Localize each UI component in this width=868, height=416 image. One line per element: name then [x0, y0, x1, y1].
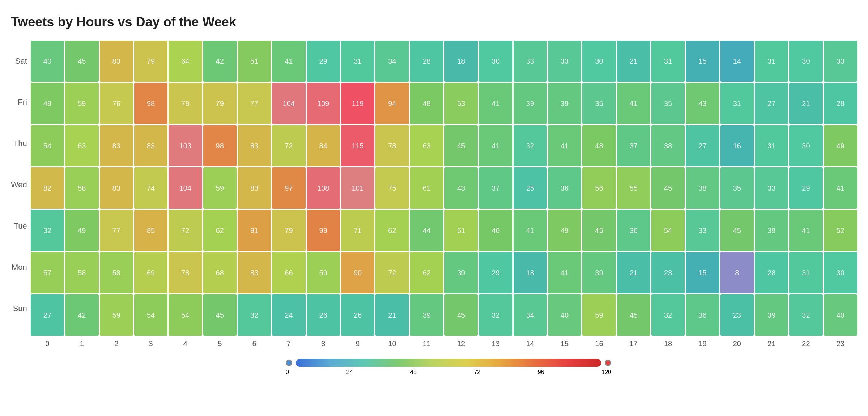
cell: 79	[203, 83, 237, 124]
cell: 59	[307, 252, 340, 293]
cell: 78	[169, 252, 202, 293]
cell: 49	[31, 83, 64, 124]
cell: 30	[789, 41, 822, 82]
cell: 98	[203, 125, 237, 166]
x-label-12: 12	[444, 340, 478, 348]
cell: 83	[100, 167, 133, 209]
x-label-23: 23	[824, 340, 857, 348]
cell: 41	[272, 41, 305, 82]
x-label-14: 14	[514, 340, 547, 348]
cell: 45	[444, 294, 478, 336]
cell: 21	[789, 83, 822, 124]
legend-labels: 0 24 48 72 96 120	[286, 369, 611, 375]
cell: 36	[617, 210, 650, 251]
cell: 90	[341, 252, 374, 293]
x-label-20: 20	[720, 340, 754, 348]
x-label-5: 5	[203, 340, 237, 348]
cell: 28	[824, 83, 857, 124]
cell: 41	[548, 125, 581, 166]
cell: 37	[617, 125, 650, 166]
x-label-17: 17	[617, 340, 650, 348]
cell: 83	[100, 41, 133, 82]
cell: 74	[134, 167, 167, 209]
cell: 59	[582, 294, 616, 336]
cell: 29	[307, 41, 340, 82]
x-label-21: 21	[755, 340, 788, 348]
cell: 41	[548, 252, 581, 293]
y-label-tue: Tue	[11, 205, 27, 247]
y-label-thu: Thu	[11, 123, 27, 164]
cell: 26	[341, 294, 374, 336]
x-label-22: 22	[789, 340, 822, 348]
cell: 27	[755, 83, 788, 124]
cell: 98	[134, 83, 167, 124]
cell: 72	[375, 252, 409, 293]
cell: 76	[100, 83, 133, 124]
cell: 66	[272, 252, 305, 293]
cell: 57	[31, 252, 64, 293]
x-axis: 01234567891011121314151617181920212223	[31, 340, 857, 348]
cell: 48	[410, 83, 443, 124]
cell: 109	[307, 83, 340, 124]
y-label-fri: Fri	[11, 82, 27, 123]
cell: 62	[203, 210, 237, 251]
cell: 104	[272, 83, 305, 124]
cell: 31	[651, 41, 685, 82]
legend-color-bar	[296, 359, 601, 367]
cell: 31	[341, 41, 374, 82]
cell: 115	[341, 125, 374, 166]
cell: 32	[238, 294, 271, 336]
cell: 21	[375, 294, 409, 336]
cell: 21	[617, 41, 650, 82]
cell: 45	[444, 125, 478, 166]
cell: 45	[617, 294, 650, 336]
cell: 36	[548, 167, 581, 209]
cell: 52	[824, 210, 857, 251]
legend-label-72: 72	[474, 369, 480, 375]
x-label-13: 13	[479, 340, 512, 348]
cell: 79	[272, 210, 305, 251]
cell: 15	[686, 252, 719, 293]
chart-area: SatFriThuWedTueMonSun 404583796442514129…	[11, 41, 857, 348]
legend-min-dot	[286, 360, 292, 366]
cell: 68	[203, 252, 237, 293]
x-label-15: 15	[548, 340, 581, 348]
cell: 32	[514, 125, 547, 166]
cell: 62	[375, 210, 409, 251]
legend-max-dot	[605, 360, 611, 366]
cell: 48	[582, 125, 616, 166]
cell: 33	[824, 41, 857, 82]
cell: 55	[617, 167, 650, 209]
cell: 83	[100, 125, 133, 166]
cell: 63	[65, 125, 98, 166]
cell: 72	[169, 210, 202, 251]
cell: 42	[65, 294, 98, 336]
cell: 14	[720, 41, 754, 82]
x-label-11: 11	[410, 340, 443, 348]
cell: 29	[479, 252, 512, 293]
cell: 45	[720, 210, 754, 251]
cell: 59	[65, 83, 98, 124]
cell: 39	[548, 83, 581, 124]
cell: 39	[444, 252, 478, 293]
cell: 41	[824, 167, 857, 209]
cell: 41	[479, 83, 512, 124]
cell: 58	[100, 252, 133, 293]
cell: 38	[651, 125, 685, 166]
cell: 45	[203, 294, 237, 336]
cell: 40	[824, 294, 857, 336]
cell: 23	[651, 252, 685, 293]
cell: 33	[548, 41, 581, 82]
x-label-10: 10	[375, 340, 409, 348]
cell: 31	[720, 83, 754, 124]
cell: 18	[514, 252, 547, 293]
cell: 43	[686, 83, 719, 124]
cell: 39	[582, 252, 616, 293]
cell: 40	[31, 41, 64, 82]
cell: 43	[444, 167, 478, 209]
cell: 49	[65, 210, 98, 251]
cell: 83	[238, 167, 271, 209]
cell: 54	[31, 125, 64, 166]
cell: 77	[238, 83, 271, 124]
cell: 32	[479, 294, 512, 336]
